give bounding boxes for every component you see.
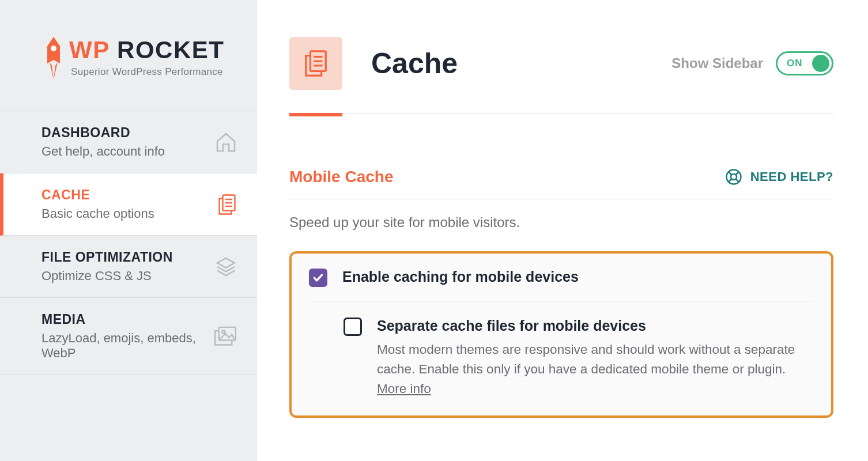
option-label: Separate cache files for mobile devices: [377, 318, 814, 334]
divider: [309, 301, 814, 301]
svg-line-16: [735, 172, 738, 175]
logo: WP ROCKET Superior WordPress Performance: [0, 21, 257, 111]
logo-tagline: Superior WordPress Performance: [71, 66, 224, 78]
sidebar-item-file-optimization[interactable]: FILE OPTIMIZATION Optimize CSS & JS: [0, 236, 257, 298]
toggle-label: Show Sidebar: [671, 55, 763, 71]
help-label: NEED HELP?: [750, 169, 833, 184]
need-help-link[interactable]: NEED HELP?: [725, 168, 833, 186]
lifebuoy-icon: [725, 168, 742, 186]
svg-point-0: [51, 46, 56, 51]
nav-title: MEDIA: [41, 312, 213, 327]
option-description: Most modern themes are responsive and sh…: [377, 340, 814, 398]
sidebar-item-dashboard[interactable]: DASHBOARD Get help, account info: [0, 111, 257, 173]
document-icon: [303, 48, 329, 78]
content: Mobile Cache NEED HELP? Speed up your si…: [257, 114, 868, 418]
nav-title: CACHE: [41, 187, 154, 203]
nav-title: FILE OPTIMIZATION: [41, 250, 173, 265]
option-enable-mobile-caching: Enable caching for mobile devices: [309, 269, 814, 287]
more-info-link[interactable]: More info: [377, 381, 431, 396]
toggle-knob: [812, 55, 829, 72]
checkbox-enable-mobile[interactable]: [309, 269, 327, 287]
nav: DASHBOARD Get help, account info CACHE B…: [0, 111, 257, 375]
mobile-cache-options: Enable caching for mobile devices Separa…: [289, 251, 833, 418]
images-icon: [213, 326, 237, 347]
section-description: Speed up your site for mobile visitors.: [289, 214, 833, 231]
option-separate-cache: Separate cache files for mobile devices …: [309, 318, 814, 398]
rocket-icon: [43, 37, 65, 83]
divider: [289, 199, 833, 199]
logo-text: WP ROCKET: [69, 38, 224, 62]
sidebar: WP ROCKET Superior WordPress Performance…: [0, 0, 257, 461]
svg-point-6: [222, 330, 225, 333]
nav-title: DASHBOARD: [41, 125, 165, 141]
page-title: Cache: [371, 47, 643, 80]
home-icon: [214, 131, 237, 154]
checkbox-separate-cache[interactable]: [344, 318, 362, 336]
nav-sub: LazyLoad, emojis, embeds, WebP: [41, 331, 213, 361]
svg-line-14: [735, 179, 738, 182]
toggle-state: ON: [787, 58, 803, 69]
show-sidebar-toggle[interactable]: Show Sidebar ON: [671, 51, 833, 75]
svg-line-15: [729, 179, 731, 182]
svg-line-13: [729, 172, 731, 175]
page-header: Cache Show Sidebar ON: [257, 0, 868, 90]
section-title: Mobile Cache: [289, 168, 393, 186]
sidebar-item-cache[interactable]: CACHE Basic cache options: [0, 173, 257, 236]
header-icon-box: [289, 37, 342, 90]
document-icon: [217, 193, 237, 216]
nav-sub: Optimize CSS & JS: [41, 269, 173, 284]
check-icon: [312, 272, 324, 284]
nav-sub: Basic cache options: [41, 206, 154, 221]
sidebar-item-media[interactable]: MEDIA LazyLoad, emojis, embeds, WebP: [0, 298, 257, 375]
option-label: Enable caching for mobile devices: [342, 269, 579, 285]
nav-sub: Get help, account info: [41, 144, 165, 159]
toggle-switch[interactable]: ON: [776, 51, 833, 75]
layers-icon: [214, 255, 237, 278]
main: Cache Show Sidebar ON Mobile Cache: [257, 0, 868, 461]
